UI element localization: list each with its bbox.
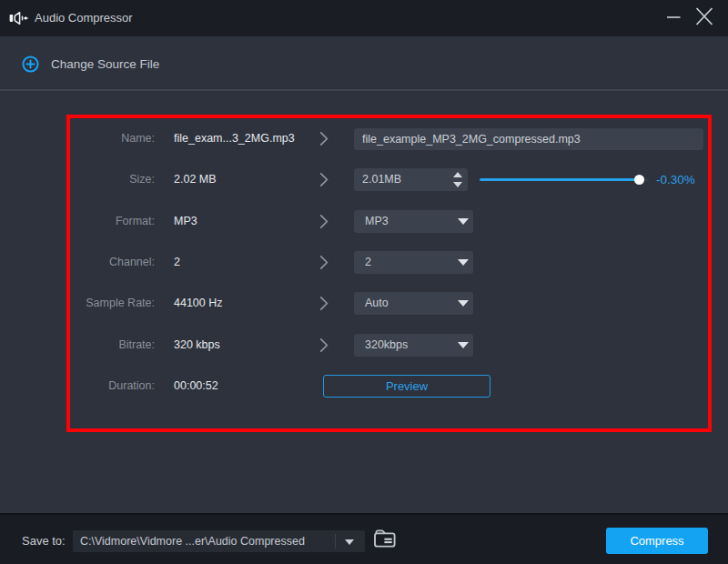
spinner-down-icon[interactable]: [453, 182, 462, 187]
caret-down-icon: [458, 342, 469, 348]
change-source-file-button[interactable]: Change Source File: [22, 55, 159, 75]
format-label: Format:: [46, 210, 155, 233]
row-size: Size: 2.02 MB 2.01MB -0.30%: [0, 168, 728, 191]
target-size-spinner[interactable]: 2.01MB: [354, 168, 468, 191]
caret-down-icon: [458, 300, 469, 307]
format-select[interactable]: MP3: [354, 210, 473, 233]
titlebar: Audio Compressor: [0, 0, 728, 36]
close-button[interactable]: [691, 5, 718, 32]
spinner-up-icon[interactable]: [453, 172, 462, 177]
sample-rate-label: Sample Rate:: [46, 292, 155, 315]
size-value: 2.02 MB: [174, 168, 217, 191]
name-value: file_exam...3_2MG.mp3: [174, 127, 295, 150]
output-name-input[interactable]: [354, 128, 703, 150]
caret-down-icon: [458, 259, 469, 266]
caret-down-icon[interactable]: [345, 539, 354, 545]
format-selected: MP3: [365, 210, 389, 233]
browse-folder-button[interactable]: [373, 528, 400, 551]
bitrate-select[interactable]: 320kbps: [354, 334, 473, 357]
bitrate-label: Bitrate:: [46, 334, 155, 357]
chevron-right-icon: [319, 214, 329, 229]
sample-rate-selected: Auto: [365, 292, 389, 315]
format-value: MP3: [174, 210, 197, 233]
combobox-divider: [335, 534, 336, 549]
footer-bar: Save to: C:\Vidmore\Vidmore ...er\Audio …: [0, 513, 728, 564]
folder-icon: [373, 528, 397, 548]
row-duration: Duration: 00:00:52 Preview: [0, 375, 728, 398]
audio-compressor-window: Audio Compressor Change Source File Name…: [0, 0, 728, 564]
save-path-combobox[interactable]: C:\Vidmore\Vidmore ...er\Audio Compresse…: [73, 530, 365, 552]
row-channel: Channel: 2 2: [0, 251, 728, 274]
save-path-value: C:\Vidmore\Vidmore ...er\Audio Compresse…: [80, 530, 305, 552]
chevron-right-icon: [319, 255, 329, 270]
header-divider: [0, 89, 728, 91]
slider-handle[interactable]: [634, 175, 644, 185]
target-size-value: 2.01MB: [362, 168, 401, 191]
save-to-label: Save to:: [22, 534, 66, 549]
speaker-compress-icon: [9, 12, 28, 25]
header-strip: Change Source File: [0, 36, 728, 90]
plus-circle-icon: [22, 55, 39, 73]
chevron-right-icon: [319, 131, 329, 146]
duration-value: 00:00:52: [174, 375, 218, 398]
row-bitrate: Bitrate: 320 kbps 320kbps: [0, 334, 728, 357]
channel-label: Channel:: [46, 251, 155, 274]
window-title: Audio Compressor: [35, 0, 133, 36]
row-format: Format: MP3 MP3: [0, 210, 728, 233]
duration-label: Duration:: [46, 375, 155, 398]
change-source-file-label: Change Source File: [51, 57, 159, 71]
chevron-right-icon: [319, 172, 329, 187]
row-name: Name: file_exam...3_2MG.mp3: [0, 127, 728, 150]
chevron-right-icon: [319, 337, 329, 353]
row-sample-rate: Sample Rate: 44100 Hz Auto: [0, 292, 728, 315]
channel-selected: 2: [365, 251, 371, 274]
bitrate-value: 320 kbps: [174, 334, 220, 357]
size-change-percent: -0.30%: [656, 168, 695, 191]
minimize-button[interactable]: [660, 5, 687, 32]
preview-button[interactable]: Preview: [323, 375, 490, 398]
sample-rate-value: 44100 Hz: [174, 292, 223, 315]
chevron-right-icon: [319, 296, 329, 311]
channel-value: 2: [174, 251, 180, 274]
name-label: Name:: [46, 127, 155, 150]
compress-button[interactable]: Compress: [606, 528, 708, 554]
channel-select[interactable]: 2: [354, 251, 473, 274]
caret-down-icon: [458, 218, 469, 225]
bitrate-selected: 320kbps: [365, 334, 408, 357]
slider-fill: [480, 178, 639, 181]
size-label: Size:: [46, 168, 155, 191]
size-slider[interactable]: [480, 168, 649, 191]
sample-rate-select[interactable]: Auto: [354, 292, 473, 315]
